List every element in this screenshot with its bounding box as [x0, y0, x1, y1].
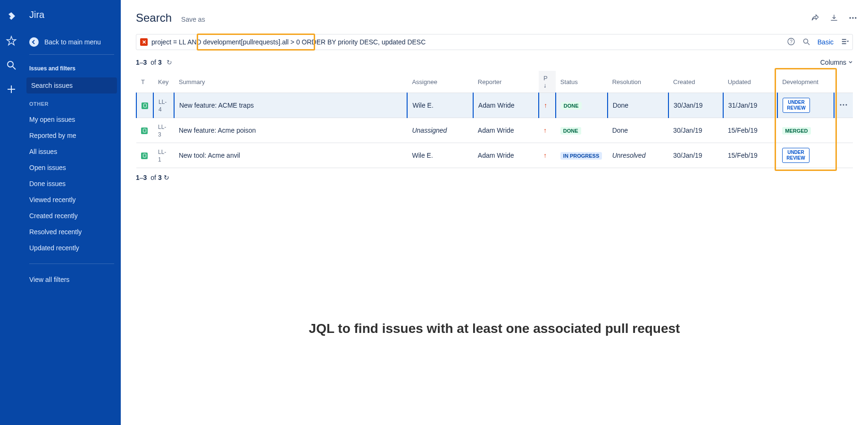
row-more[interactable]	[834, 118, 853, 143]
svg-point-16	[843, 104, 844, 105]
reporter: Adam Wride	[473, 93, 539, 118]
status: DONE	[556, 93, 608, 118]
row-more[interactable]	[834, 93, 853, 118]
resolution: Unresolved	[608, 143, 668, 168]
table-row[interactable]: LL-4New feature: ACME trapsWile E.Adam W…	[136, 93, 853, 118]
created: 30/Jan/19	[668, 143, 723, 168]
arrow-left-icon	[29, 37, 39, 47]
svg-point-17	[845, 104, 847, 105]
priority-up-icon: ↑	[543, 127, 547, 134]
nav-item[interactable]: Open issues	[23, 160, 121, 176]
created: 30/Jan/19	[668, 93, 723, 118]
col-key[interactable]: Key	[153, 71, 174, 93]
summary[interactable]: New feature: Acme poison	[174, 118, 407, 143]
updated: 15/Feb/19	[723, 118, 778, 143]
svg-point-15	[840, 104, 841, 105]
svg-rect-19	[143, 154, 146, 157]
row-more[interactable]	[834, 143, 853, 168]
col-status[interactable]: Status	[556, 71, 608, 93]
jql-bar: ✕ ? Basic	[136, 34, 853, 50]
save-as-link[interactable]: Save as	[181, 16, 205, 23]
priority-up-icon: ↑	[543, 152, 547, 159]
nav-item[interactable]: Created recently	[23, 208, 121, 224]
assignee: Unassigned	[407, 118, 473, 143]
columns-button[interactable]: Columns	[820, 59, 853, 66]
col-summary[interactable]: Summary	[174, 71, 407, 93]
basic-link[interactable]: Basic	[818, 38, 834, 46]
result-count: 1–3 of3 ↻	[136, 59, 172, 66]
header-actions	[810, 13, 858, 24]
col-reporter[interactable]: Reporter	[473, 71, 539, 93]
svg-line-1	[13, 67, 16, 69]
assignee: Wile E.	[407, 143, 473, 168]
svg-point-0	[8, 61, 13, 67]
svg-point-5	[852, 17, 853, 18]
svg-point-6	[855, 17, 856, 18]
sidebar: Jira Back to main menu Issues and filter…	[23, 0, 121, 425]
back-label: Back to main menu	[44, 38, 101, 46]
assignee: Wile E.	[407, 93, 473, 118]
back-to-main[interactable]: Back to main menu	[23, 34, 121, 54]
col-resolution[interactable]: Resolution	[608, 71, 668, 93]
jql-input[interactable]	[151, 38, 784, 46]
nav-item[interactable]: Viewed recently	[23, 192, 121, 208]
main-content: Search Save as ✕ ? Basic 1–3 of3 ↻ Colum…	[121, 0, 868, 425]
reporter: Adam Wride	[473, 143, 539, 168]
plus-icon[interactable]	[6, 84, 17, 96]
updated: 31/Jan/19	[723, 93, 778, 118]
issue-key[interactable]: LL-4	[159, 99, 167, 113]
issue-key[interactable]: LL-3	[158, 124, 166, 138]
issues-table: T Key Summary Assignee Reporter P ↓ Stat…	[136, 71, 853, 168]
export-icon[interactable]	[829, 13, 839, 24]
summary[interactable]: New feature: ACME traps	[174, 93, 407, 118]
help-icon[interactable]: ?	[787, 38, 795, 47]
col-priority[interactable]: P ↓	[539, 71, 556, 93]
col-type[interactable]: T	[136, 71, 153, 93]
nav-item[interactable]: All issues	[23, 144, 121, 160]
col-created[interactable]: Created	[668, 71, 723, 93]
nav-search-issues[interactable]: Search issues	[26, 77, 117, 94]
issue-key[interactable]: LL-1	[158, 149, 166, 163]
col-updated[interactable]: Updated	[723, 71, 778, 93]
nav-item[interactable]: My open issues	[23, 111, 121, 128]
development[interactable]: UNDERREVIEW	[777, 143, 834, 168]
svg-line-10	[808, 43, 810, 45]
product-name: Jira	[23, 9, 121, 20]
refresh-icon[interactable]: ↻	[167, 59, 172, 66]
priority: ↑	[539, 143, 556, 168]
annotation-caption: JQL to find issues with at least one ass…	[309, 321, 680, 336]
nav-item[interactable]: Updated recently	[23, 240, 121, 256]
divider	[29, 54, 114, 55]
development[interactable]: MERGED	[777, 118, 834, 143]
svg-point-4	[850, 17, 851, 18]
search-icon[interactable]	[6, 60, 17, 72]
star-icon[interactable]	[6, 35, 17, 48]
col-development[interactable]: Development	[777, 71, 834, 93]
table-row[interactable]: LL-1New tool: Acme anvilWile E.Adam Wrid…	[136, 143, 853, 168]
jira-logo-icon[interactable]	[6, 11, 17, 24]
nav-item[interactable]: Resolved recently	[23, 224, 121, 240]
global-icon-rail	[0, 0, 23, 425]
more-icon[interactable]	[848, 13, 858, 24]
svg-point-9	[803, 39, 808, 43]
nav-item[interactable]: Reported by me	[23, 128, 121, 144]
nav-item[interactable]: Done issues	[23, 176, 121, 192]
view-toggle-icon[interactable]	[841, 38, 849, 47]
summary[interactable]: New tool: Acme anvil	[174, 143, 407, 168]
development[interactable]: UNDERREVIEW	[777, 93, 834, 118]
divider	[29, 264, 114, 264]
refresh-icon[interactable]: ↻	[164, 174, 169, 181]
created: 30/Jan/19	[668, 118, 723, 143]
nav-view-all-filters[interactable]: View all filters	[23, 272, 121, 288]
error-icon[interactable]: ✕	[140, 38, 148, 46]
share-icon[interactable]	[810, 13, 820, 24]
page-title: Search	[136, 11, 172, 25]
table-row[interactable]: LL-3New feature: Acme poisonUnassignedAd…	[136, 118, 853, 143]
col-actions	[834, 71, 853, 93]
priority: ↑	[539, 118, 556, 143]
story-icon	[142, 102, 148, 109]
reporter: Adam Wride	[473, 118, 539, 143]
search-icon[interactable]	[802, 38, 810, 47]
col-assignee[interactable]: Assignee	[407, 71, 473, 93]
status: DONE	[556, 118, 608, 143]
